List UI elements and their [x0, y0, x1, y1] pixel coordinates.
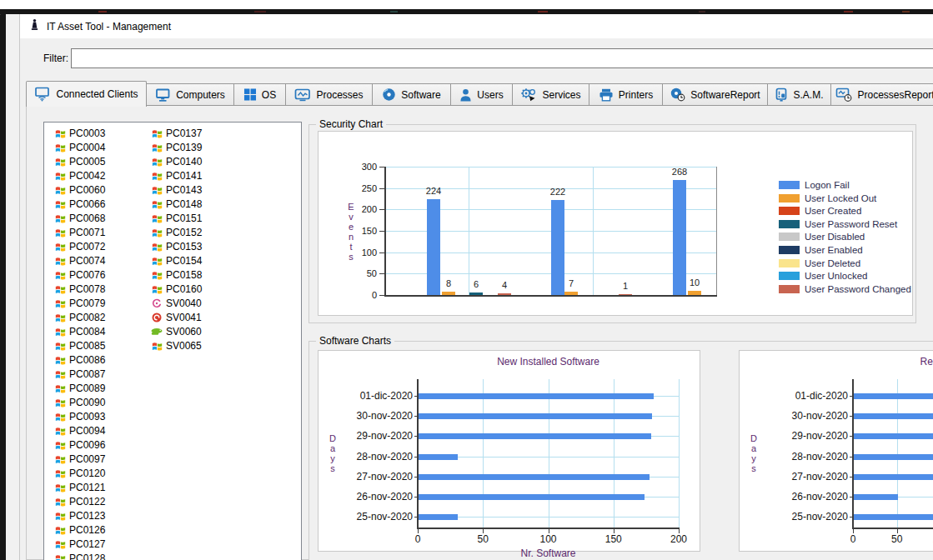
list-item-pc0127[interactable]: PC0127	[54, 538, 105, 551]
computer-name: PC0074	[69, 255, 105, 267]
x-axis-title: Nr. Software	[490, 548, 607, 559]
tab-services[interactable]: Services	[513, 83, 589, 106]
list-item-pc0160[interactable]: PC0160	[151, 282, 202, 296]
category-label: 27-nov-2020	[778, 471, 848, 482]
computer-name: PC0087	[69, 368, 105, 380]
sam-icon	[775, 88, 788, 102]
computer-name: PC0066	[69, 198, 105, 210]
tab-label: Computers	[176, 89, 225, 101]
tab-connected-clients[interactable]: Connected Clients	[26, 81, 147, 107]
computer-name: PC0127	[69, 538, 105, 550]
list-item-pc0076[interactable]: PC0076	[54, 268, 105, 282]
tab-computers[interactable]: Computers	[147, 83, 234, 106]
x-tick-label: 200	[662, 533, 695, 545]
category-label: 26-nov-2020	[778, 491, 848, 502]
y-axis-title: Events	[345, 202, 357, 262]
list-item-pc0153[interactable]: PC0153	[151, 240, 202, 253]
connected-clients-list[interactable]: PC0003PC0004PC0005PC0042PC0060PC0066PC00…	[43, 122, 302, 560]
computer-name: PC0141	[166, 170, 202, 182]
chart-bar	[419, 474, 650, 480]
list-item-pc0060[interactable]: PC0060	[54, 183, 105, 197]
computer-name: SV0060	[166, 326, 202, 338]
windows-icon	[54, 525, 66, 536]
gridline	[614, 379, 614, 528]
bar-value-label: 268	[665, 167, 694, 177]
computer-name: SV0065	[166, 340, 202, 352]
legend-swatch	[779, 232, 800, 241]
list-item-pc0071[interactable]: PC0071	[54, 226, 105, 239]
bar-value-label: 10	[680, 278, 709, 288]
tab-s-a-m[interactable]: S.A.M.	[768, 83, 831, 106]
legend-item: User Password Reset	[779, 219, 897, 229]
windows-icon	[54, 228, 66, 238]
list-item-sv0040[interactable]: SV0040	[151, 297, 202, 310]
list-item-pc0085[interactable]: PC0085	[54, 339, 105, 352]
filter-input[interactable]	[71, 48, 933, 68]
list-item-sv0060[interactable]: SV0060	[151, 325, 202, 338]
list-item-pc0090[interactable]: PC0090	[54, 396, 105, 409]
list-item-pc0089[interactable]: PC0089	[54, 382, 105, 395]
list-item-pc0140[interactable]: PC0140	[151, 155, 202, 168]
computer-name: PC0160	[166, 283, 202, 295]
y-axis	[852, 379, 854, 528]
list-item-pc0068[interactable]: PC0068	[54, 212, 105, 225]
list-item-pc0074[interactable]: PC0074	[54, 254, 105, 268]
list-item-pc0128[interactable]: PC0128	[54, 552, 105, 560]
tab-printers[interactable]: Printers	[589, 83, 663, 106]
list-item-pc0122[interactable]: PC0122	[54, 495, 105, 508]
list-item-pc0143[interactable]: PC0143	[151, 183, 202, 197]
list-item-pc0097[interactable]: PC0097	[54, 452, 105, 466]
windows-icon	[151, 284, 163, 295]
titlebar[interactable]: IT Asset Tool - Management	[20, 14, 933, 38]
windows-icon	[54, 284, 66, 295]
list-item-pc0082[interactable]: PC0082	[54, 311, 105, 324]
list-item-pc0042[interactable]: PC0042	[54, 169, 105, 182]
list-item-pc0151[interactable]: PC0151	[151, 212, 202, 225]
tab-os[interactable]: OS	[234, 83, 286, 106]
app-window: IT Asset Tool - Management Filter: Conne…	[20, 14, 933, 560]
list-item-pc0004[interactable]: PC0004	[54, 141, 105, 154]
tab-bar: Connected ClientsComputersOSProcessesSof…	[26, 80, 933, 106]
tab-software[interactable]: Software	[373, 83, 451, 106]
computer-name: PC0005	[69, 156, 105, 168]
windows-icon	[54, 185, 66, 196]
list-item-pc0087[interactable]: PC0087	[54, 368, 105, 381]
tab-softwarereport[interactable]: SoftwareReport	[663, 83, 768, 106]
list-item-pc0158[interactable]: PC0158	[151, 268, 202, 282]
list-item-pc0005[interactable]: PC0005	[54, 155, 105, 168]
list-item-pc0086[interactable]: PC0086	[54, 353, 105, 367]
list-item-pc0066[interactable]: PC0066	[54, 198, 105, 211]
list-item-pc0148[interactable]: PC0148	[151, 198, 202, 211]
list-item-pc0121[interactable]: PC0121	[54, 481, 105, 494]
list-item-pc0154[interactable]: PC0154	[151, 254, 202, 268]
list-item-sv0065[interactable]: SV0065	[151, 339, 202, 352]
list-item-sv0041[interactable]: SV0041	[151, 311, 202, 324]
tab-label: Processes	[316, 89, 363, 101]
computer-name: PC0140	[166, 156, 202, 168]
it-asset-tool-icon	[28, 18, 41, 34]
list-item-pc0096[interactable]: PC0096	[54, 438, 105, 452]
category-label: 28-nov-2020	[778, 451, 848, 462]
list-item-pc0093[interactable]: PC0093	[54, 410, 105, 423]
list-item-pc0141[interactable]: PC0141	[151, 169, 202, 182]
list-item-pc0139[interactable]: PC0139	[151, 141, 202, 154]
list-item-pc0084[interactable]: PC0084	[54, 325, 105, 338]
list-item-pc0079[interactable]: PC0079	[54, 297, 105, 310]
list-item-pc0120[interactable]: PC0120	[54, 467, 105, 480]
list-item-pc0152[interactable]: PC0152	[151, 226, 202, 239]
category-label: 25-nov-2020	[343, 511, 413, 522]
windows-icon	[54, 440, 66, 451]
list-item-pc0003[interactable]: PC0003	[54, 127, 105, 140]
bar-value-label: 222	[544, 187, 572, 197]
tab-users[interactable]: Users	[451, 83, 513, 106]
tab-processes[interactable]: Processes	[286, 83, 373, 106]
list-item-pc0078[interactable]: PC0078	[54, 282, 105, 296]
list-item-pc0137[interactable]: PC0137	[151, 127, 202, 140]
tab-processesreport[interactable]: ProcessesReport	[831, 83, 933, 106]
list-item-pc0072[interactable]: PC0072	[54, 240, 105, 253]
list-item-pc0094[interactable]: PC0094	[54, 424, 105, 438]
x-tick-label: 100	[924, 533, 933, 545]
list-item-pc0126[interactable]: PC0126	[54, 523, 105, 537]
windows-icon	[151, 185, 163, 196]
list-item-pc0123[interactable]: PC0123	[54, 509, 105, 522]
